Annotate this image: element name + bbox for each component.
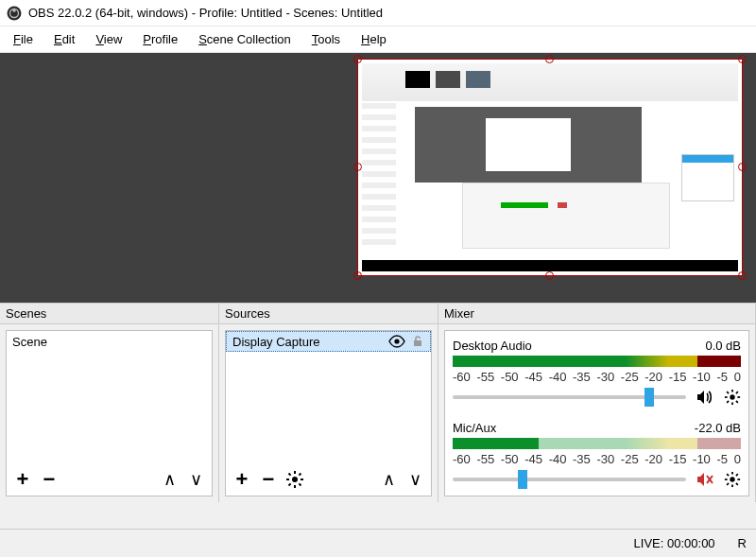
channel-label: Desktop Audio — [453, 339, 532, 353]
svg-line-21 — [727, 401, 729, 403]
obs-logo-icon — [6, 5, 23, 22]
scenes-list[interactable]: Scene + − ∧ ∨ — [6, 330, 213, 496]
sources-panel: Sources Display Capture + − — [219, 304, 438, 502]
volume-slider-thumb[interactable] — [518, 470, 527, 489]
svg-line-31 — [736, 483, 738, 485]
sources-header: Sources — [219, 304, 438, 324]
svg-rect-4 — [414, 340, 421, 346]
live-time: LIVE: 00:00:00 — [634, 536, 715, 550]
mixer-channel-mic-aux: Mic/Aux -22.0 dB -60-55-50-45-40-35-30-2… — [453, 421, 741, 490]
svg-line-13 — [299, 474, 301, 476]
svg-point-25 — [730, 477, 734, 481]
preview-area[interactable] — [0, 53, 756, 303]
channel-settings-button[interactable] — [724, 471, 741, 488]
svg-point-14 — [730, 394, 734, 399]
volume-slider[interactable] — [453, 478, 686, 481]
svg-line-22 — [736, 392, 738, 393]
rec-indicator: R — [738, 536, 747, 550]
resize-handle-mb[interactable] — [545, 271, 554, 280]
move-source-up-button[interactable]: ∧ — [378, 469, 399, 490]
remove-source-button[interactable]: − — [258, 469, 279, 490]
svg-line-30 — [727, 474, 729, 476]
svg-line-12 — [289, 483, 291, 485]
menu-profile[interactable]: Profile — [143, 32, 178, 46]
svg-line-32 — [727, 483, 729, 485]
vu-meter — [453, 438, 741, 449]
move-scene-up-button[interactable]: ∧ — [159, 469, 180, 490]
menu-bar: File Edit View Profile Scene Collection … — [0, 26, 756, 53]
resize-handle-ml[interactable] — [353, 163, 362, 171]
mixer-channel-desktop-audio: Desktop Audio 0.0 dB -60-55-50-45-40-35-… — [453, 339, 741, 408]
preview-source-bounds[interactable] — [357, 59, 743, 276]
move-scene-down-button[interactable]: ∨ — [185, 469, 206, 490]
scenes-header: Scenes — [0, 304, 218, 324]
vu-meter — [453, 356, 741, 367]
add-scene-button[interactable]: + — [12, 469, 33, 490]
svg-line-10 — [289, 474, 291, 476]
resize-handle-tl[interactable] — [353, 55, 362, 63]
title-bar: OBS 22.0.2 (64-bit, windows) - Profile: … — [0, 0, 756, 26]
svg-line-11 — [299, 483, 301, 485]
menu-view[interactable]: View — [95, 32, 122, 46]
svg-line-20 — [736, 401, 738, 403]
channel-db: -22.0 dB — [695, 421, 741, 435]
resize-handle-mr[interactable] — [738, 163, 747, 171]
scenes-panel: Scenes Scene + − ∧ ∨ — [0, 304, 219, 502]
menu-help[interactable]: Help — [361, 32, 387, 46]
svg-point-0 — [8, 6, 22, 20]
speaker-on-icon[interactable] — [696, 389, 714, 406]
meter-ticks: -60-55-50-45-40-35-30-25-20-15-10-50 — [453, 452, 741, 466]
menu-edit[interactable]: Edit — [54, 32, 75, 46]
source-item[interactable]: Display Capture — [226, 331, 431, 352]
svg-point-5 — [292, 477, 298, 482]
bottom-panels: Scenes Scene + − ∧ ∨ Sources Display Cap… — [0, 303, 756, 502]
speaker-muted-icon[interactable] — [696, 471, 714, 488]
svg-line-33 — [736, 474, 738, 476]
scene-item[interactable]: Scene — [7, 331, 212, 352]
menu-tools[interactable]: Tools — [312, 32, 340, 46]
volume-slider-thumb[interactable] — [644, 388, 654, 407]
remove-scene-button[interactable]: − — [39, 469, 60, 490]
volume-slider[interactable] — [453, 395, 686, 399]
meter-ticks: -60-55-50-45-40-35-30-25-20-15-10-50 — [453, 370, 741, 384]
sources-list[interactable]: Display Capture + − ∧ — [225, 330, 432, 496]
status-bar: LIVE: 00:00:00 R — [0, 529, 756, 557]
channel-label: Mic/Aux — [453, 421, 496, 435]
resize-handle-bl[interactable] — [353, 271, 362, 280]
resize-handle-tr[interactable] — [738, 55, 747, 63]
scene-item-label: Scene — [12, 335, 47, 349]
svg-point-3 — [394, 339, 399, 343]
svg-line-19 — [727, 392, 729, 393]
lock-toggle-icon[interactable] — [411, 335, 424, 348]
channel-db: 0.0 dB — [705, 339, 741, 353]
resize-handle-mt[interactable] — [545, 55, 554, 63]
menu-file[interactable]: File — [13, 32, 33, 46]
svg-point-2 — [12, 9, 15, 11]
channel-settings-button[interactable] — [724, 389, 741, 406]
move-source-down-button[interactable]: ∨ — [404, 469, 425, 490]
add-source-button[interactable]: + — [232, 469, 252, 490]
mixer-panel: Mixer Desktop Audio 0.0 dB -60-55-50-45-… — [438, 304, 756, 502]
menu-scene-collection[interactable]: Scene Collection — [198, 32, 291, 46]
visibility-toggle-icon[interactable] — [388, 335, 405, 348]
window-title: OBS 22.0.2 (64-bit, windows) - Profile: … — [28, 6, 383, 20]
mixer-header: Mixer — [438, 304, 755, 324]
source-item-label: Display Capture — [232, 335, 320, 349]
resize-handle-br[interactable] — [738, 271, 747, 280]
source-properties-button[interactable] — [284, 469, 305, 490]
